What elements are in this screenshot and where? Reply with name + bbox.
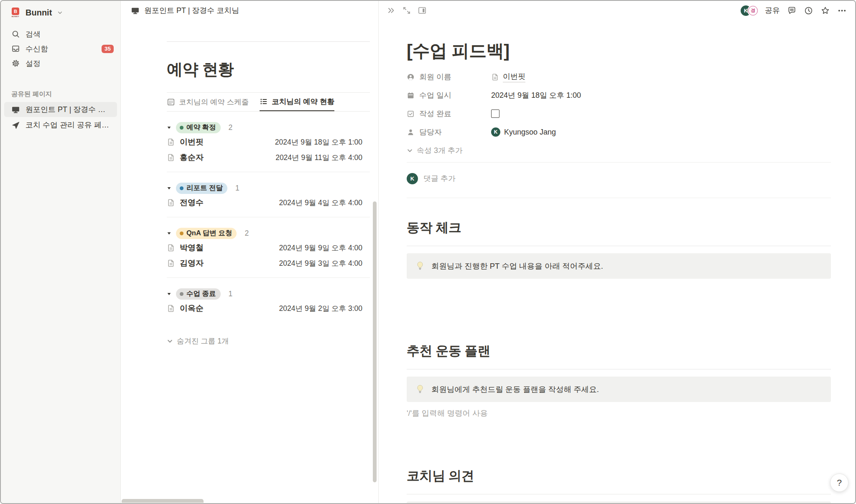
property-label[interactable]: 담당자 [407,127,491,137]
favorite-star-icon[interactable] [820,6,830,15]
sidebar-page-coach-share[interactable]: 코치 수업 관리 공유 페이지 [4,117,117,132]
checkbox-unchecked[interactable] [491,109,499,118]
section-heading-motion-check[interactable]: 동작 체크 [407,219,831,237]
group-header: QnA 답변 요청 2 [167,227,370,240]
search-icon [11,30,20,38]
breadcrumb[interactable]: 원포인트 PT | 장경수 코치님 [121,1,378,20]
inbox-icon [11,44,20,53]
status-dot [180,232,183,235]
status-group-report: 리포트 전달 1 전영수 2024년 9월 4일 오후 4:00 [167,181,370,210]
monitor-icon [131,6,140,15]
list-item[interactable]: 전영수 2024년 9월 4일 오후 4:00 [167,195,370,210]
list-item[interactable]: 홍순자 2024년 9월 11일 오후 4:00 [167,150,370,165]
status-dot [180,292,183,296]
divider [407,198,831,198]
property-value-relation[interactable]: 이번핏 [491,71,525,82]
breadcrumb-title: 원포인트 PT | 장경수 코치님 [144,5,239,15]
comments-icon[interactable] [787,6,797,15]
callout-block[interactable]: 회원님에게 추천드릴 운동 플랜을 작성해 주세요. [407,377,831,402]
empty-block-placeholder[interactable]: '/'를 입력해 명령어 사용 [407,408,831,419]
sidebar-item-inbox[interactable]: 수신함 35 [1,41,120,56]
group-header: 리포트 전달 1 [167,181,370,195]
sidebar-menu: 검색 수신함 35 설정 [1,27,120,71]
member-name: 박영철 [180,242,204,253]
status-badge-label: 예약 확정 [186,123,216,132]
list-item[interactable]: 박영철 2024년 9월 9일 오후 4:00 [167,240,370,255]
sidebar-item-label: 설정 [25,59,41,69]
collapse-triangle-icon[interactable] [167,231,171,236]
collapse-triangle-icon[interactable] [167,125,171,130]
status-badge-label: 수업 종료 [186,289,216,298]
status-dot [180,186,183,190]
property-value-date[interactable]: 2024년 9월 18일 오후 1:00 [491,90,581,100]
expand-fullpage-icon[interactable] [402,6,411,15]
status-badge[interactable]: QnA 답변 요청 [176,228,237,239]
side-peek-layout-icon[interactable] [418,6,427,15]
lightbulb-icon [415,261,425,271]
workspace-switcher[interactable]: B BUNNIT Bunnit [1,4,120,21]
main-panel: 원포인트 PT | 장경수 코치님 예약 현황 코치님의 예약 스케줄 코치님의… [121,1,378,503]
reservation-date: 2024년 9월 2일 오후 3:00 [279,303,362,313]
section-heading-workout-plan[interactable]: 추천 운동 플랜 [407,342,831,360]
sidebar-item-search[interactable]: 검색 [1,27,120,41]
comment-placeholder: 댓글 추가 [423,173,456,183]
chevron-down-icon [407,148,413,154]
workspace-logo-subtext: BUNNIT [12,15,19,18]
property-label[interactable]: 수업 일시 [407,90,491,100]
collapse-triangle-icon[interactable] [167,292,171,296]
hidden-groups-toggle[interactable]: 숨겨진 그룹 1개 [167,336,370,346]
help-button[interactable]: ? [830,473,848,492]
page-title[interactable]: [수업 피드백] [407,39,831,63]
property-label[interactable]: 작성 완료 [407,109,491,119]
tab-status-view[interactable]: 코치님의 예약 현황 [260,93,334,111]
list-item[interactable]: 김영자 2024년 9월 3일 오후 4:00 [167,255,370,271]
collapse-peek-icon[interactable] [387,6,396,15]
sidebar-item-label: 검색 [25,29,41,39]
reservation-date: 2024년 9월 3일 오후 4:00 [279,258,362,268]
divider-block [407,494,831,494]
history-clock-icon[interactable] [804,6,813,15]
divider-block [167,41,370,42]
avatar: K [491,127,500,137]
status-badge[interactable]: 예약 확정 [176,122,221,133]
list-item[interactable]: 이옥순 2024년 9월 2일 오후 3:00 [167,300,370,316]
sidebar-page-onepoint-pt[interactable]: 원포인트 PT | 장경수 코치님 [4,102,117,117]
presence-avatars: K 경 [741,5,758,16]
collapse-triangle-icon[interactable] [167,186,171,191]
add-properties-toggle[interactable]: 속성 3개 추가 [407,142,831,159]
group-divider [167,217,370,217]
property-value-checkbox [491,109,499,118]
callout-block[interactable]: 회원님에 대한 간략한 코치님의 의견을 적어주세요 [407,501,831,503]
status-badge[interactable]: 수업 종료 [176,288,221,300]
peek-toolbar-right: K 경 공유 [741,5,847,16]
tab-schedule-view[interactable]: 코치님의 예약 스케줄 [167,93,249,111]
checkbox-check-icon [407,110,415,118]
member-name: 이옥순 [180,303,204,314]
group-divider [167,277,370,278]
horizontal-scrollbar[interactable] [122,499,204,503]
property-value-person[interactable]: K Kyungsoo Jang [491,127,556,137]
property-done: 작성 완료 [407,104,831,123]
status-badge[interactable]: 리포트 전달 [176,183,227,194]
group-count: 2 [245,229,249,238]
chevron-down-icon [57,10,63,15]
more-options-icon[interactable] [837,6,847,15]
app-window: B BUNNIT Bunnit 검색 수신함 35 [0,0,856,504]
vertical-scrollbar[interactable] [373,201,377,482]
reservation-date: 2024년 9월 18일 오후 1:00 [275,137,362,147]
avatar[interactable]: 경 [748,6,758,15]
share-button[interactable]: 공유 [765,5,780,15]
workspace-logo: B BUNNIT [10,8,21,18]
view-tabs: 코치님의 예약 스케줄 코치님의 예약 현황 [167,93,370,112]
member-name: 김영자 [180,258,204,269]
chevron-down-icon [167,338,173,344]
section-heading-coach-opinion[interactable]: 코치님 의견 [407,467,831,485]
add-comment[interactable]: K 댓글 추가 [407,163,831,194]
property-label[interactable]: 회원 이름 [407,72,491,82]
add-properties-label: 속성 3개 추가 [417,145,463,155]
sidebar-item-settings[interactable]: 설정 [1,56,120,71]
properties: 회원 이름 이번핏 수업 일시 [407,68,831,141]
list-item[interactable]: 이번핏 2024년 9월 18일 오후 1:00 [167,134,370,150]
property-label-text: 회원 이름 [419,72,451,82]
callout-block[interactable]: 회원님과 진행한 PT 수업 내용을 아래 적어주세요. [407,253,831,279]
